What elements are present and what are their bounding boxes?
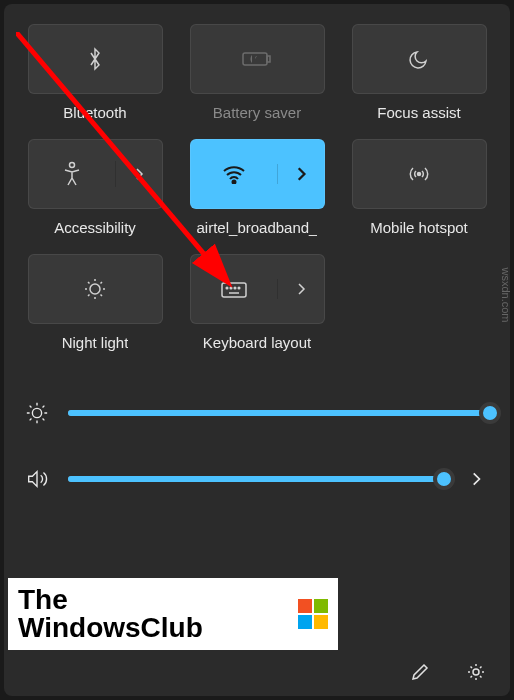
keyboard-layout-expand[interactable]: [278, 282, 324, 296]
focus-assist-tile[interactable]: [352, 24, 487, 94]
volume-expand[interactable]: [470, 471, 490, 487]
accessibility-icon: [61, 161, 83, 187]
night-light-tile[interactable]: [28, 254, 163, 324]
battery-saver-label: Battery saver: [213, 104, 301, 121]
brightness-icon: [24, 401, 50, 425]
svg-point-4: [69, 163, 74, 168]
bluetooth-icon: [85, 45, 105, 73]
svg-point-5: [232, 181, 235, 184]
side-text: wsxdn.com: [500, 267, 512, 322]
hotspot-icon: [406, 162, 432, 186]
volume-icon: [24, 467, 50, 491]
settings-button[interactable]: [466, 662, 486, 682]
battery-saver-icon: [242, 50, 272, 68]
edit-button[interactable]: [410, 662, 430, 682]
focus-assist-label: Focus assist: [377, 104, 460, 121]
keyboard-layout-label: Keyboard layout: [203, 334, 311, 351]
volume-row: [24, 467, 490, 491]
svg-point-10: [230, 287, 232, 289]
mobile-hotspot-label: Mobile hotspot: [370, 219, 468, 236]
pencil-icon: [410, 662, 430, 682]
svg-point-14: [32, 408, 41, 417]
brightness-row: [24, 401, 490, 425]
svg-rect-8: [222, 283, 246, 297]
watermark-line1: The: [18, 584, 68, 615]
night-light-label: Night light: [62, 334, 129, 351]
night-light-icon: [82, 276, 108, 302]
keyboard-layout-tile[interactable]: [190, 254, 325, 324]
moon-icon: [407, 47, 431, 71]
chevron-right-icon: [295, 166, 307, 182]
battery-saver-tile[interactable]: [190, 24, 325, 94]
wifi-tile[interactable]: [190, 139, 325, 209]
svg-rect-3: [267, 56, 270, 62]
wifi-icon: [221, 164, 247, 184]
chevron-right-icon: [296, 282, 306, 296]
chevron-right-icon: [470, 471, 482, 487]
svg-point-7: [90, 284, 100, 294]
mobile-hotspot-tile[interactable]: [352, 139, 487, 209]
gear-icon: [466, 662, 486, 682]
svg-point-12: [238, 287, 240, 289]
watermark-line2: WindowsClub: [18, 612, 203, 643]
keyboard-icon: [220, 279, 248, 299]
windows-logo-icon: [298, 599, 328, 629]
footer-icons: [410, 662, 486, 682]
volume-slider[interactable]: [68, 476, 452, 482]
svg-point-6: [418, 173, 421, 176]
svg-point-9: [226, 287, 228, 289]
wifi-expand[interactable]: [278, 166, 324, 182]
svg-point-11: [234, 287, 236, 289]
tile-grid: Bluetooth Battery saver Focus assist Acc…: [24, 24, 490, 351]
svg-point-15: [473, 669, 479, 675]
watermark: The WindowsClub: [8, 578, 338, 650]
bluetooth-label: Bluetooth: [63, 104, 126, 121]
chevron-right-icon: [134, 167, 144, 181]
sliders-section: [24, 401, 490, 491]
bluetooth-tile[interactable]: [28, 24, 163, 94]
brightness-slider[interactable]: [68, 410, 490, 416]
accessibility-label: Accessibility: [54, 219, 136, 236]
accessibility-expand[interactable]: [116, 167, 162, 181]
accessibility-tile[interactable]: [28, 139, 163, 209]
quick-settings-panel: Bluetooth Battery saver Focus assist Acc…: [4, 4, 510, 696]
wifi-label: airtel_broadband_: [197, 219, 318, 236]
